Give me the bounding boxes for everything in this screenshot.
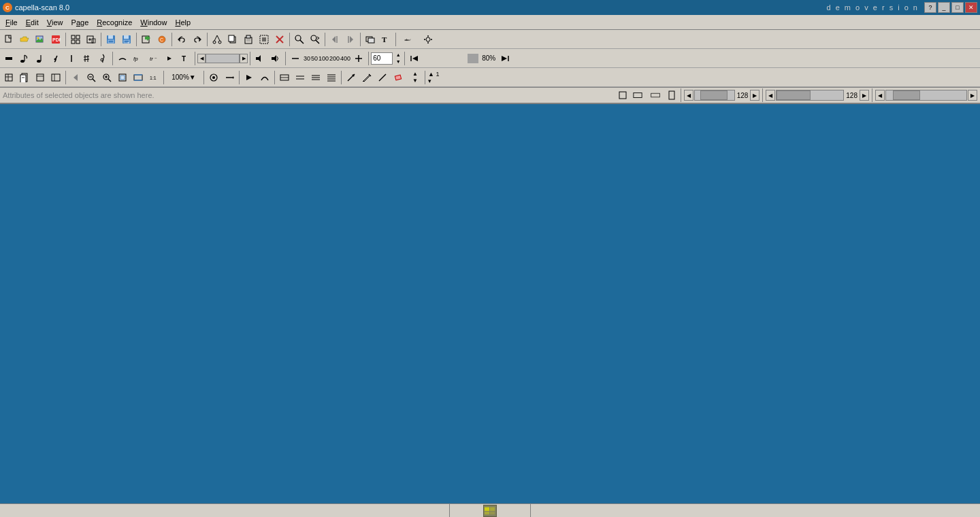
staff-play-button[interactable]	[242, 70, 257, 85]
page-tool-2[interactable]	[17, 70, 32, 85]
tempo-input[interactable]	[371, 52, 393, 65]
staff-width-3[interactable]	[308, 70, 323, 85]
barline-button[interactable]	[64, 51, 79, 66]
note-scroll-right-arrow[interactable]: ▶	[240, 54, 248, 63]
text-button[interactable]: T	[378, 32, 393, 47]
staff-width-1[interactable]	[277, 70, 292, 85]
select-all-button[interactable]	[257, 32, 272, 47]
open-button[interactable]	[17, 32, 32, 47]
play-back-button[interactable]	[407, 51, 422, 66]
hscroll-1-right[interactable]: ▶	[750, 90, 760, 101]
menu-window[interactable]: Window	[136, 16, 171, 29]
minimize-button[interactable]: _	[938, 2, 950, 13]
cut-button[interactable]	[210, 32, 225, 47]
page-tool-3[interactable]	[33, 70, 48, 85]
eraser-button[interactable]	[391, 70, 406, 85]
playback-progress[interactable]	[424, 54, 478, 63]
staff-width-2[interactable]	[293, 70, 308, 85]
slur-button[interactable]	[115, 51, 130, 66]
shape-tall-btn[interactable]	[666, 89, 678, 101]
quarter-note-button[interactable]	[33, 51, 48, 66]
shape-wider-btn[interactable]	[647, 89, 664, 101]
arrange-button[interactable]	[363, 32, 378, 47]
hscroll-3-track[interactable]	[885, 90, 967, 101]
draw-line-button[interactable]	[375, 70, 390, 85]
eighth-note-button[interactable]	[17, 51, 32, 66]
hscroll-2-left[interactable]: ◀	[766, 90, 775, 101]
zoom-out-small-button[interactable]	[84, 32, 99, 47]
move-left-button[interactable]	[327, 32, 342, 47]
settings-button[interactable]	[421, 32, 436, 47]
menu-page[interactable]: Page	[67, 16, 93, 29]
grid-view-button[interactable]	[68, 32, 83, 47]
note-circle-button[interactable]	[206, 70, 221, 85]
menu-file[interactable]: File	[1, 16, 22, 29]
page-tool-1[interactable]	[1, 70, 16, 85]
menu-recognize[interactable]: Recognize	[93, 16, 136, 29]
zoom-in-button[interactable]	[99, 70, 114, 85]
draw-option-up[interactable]: ▲	[408, 71, 423, 78]
staff-bend-button[interactable]	[257, 70, 272, 85]
staff-width-4[interactable]	[324, 70, 339, 85]
maximize-button[interactable]: □	[951, 2, 964, 13]
draw-arrow-button[interactable]	[344, 70, 359, 85]
note-scroll-left-arrow[interactable]: ◀	[197, 54, 206, 63]
dynamic-fp-button[interactable]: fp	[131, 51, 146, 66]
sharp-button[interactable]	[80, 51, 95, 66]
tempo-increase-button[interactable]	[351, 51, 366, 66]
close-button[interactable]: ✕	[965, 2, 977, 13]
copy-button[interactable]	[225, 32, 240, 47]
save-pdf-button[interactable]: PDF	[48, 32, 63, 47]
note-count-btn[interactable]: ▲ 1 ▾	[427, 70, 442, 85]
main-canvas[interactable]	[0, 104, 980, 503]
pencil-button[interactable]	[359, 70, 374, 85]
move-right-button[interactable]	[343, 32, 358, 47]
actual-size-button[interactable]: 1:1	[146, 70, 161, 85]
delete-button[interactable]	[272, 32, 287, 47]
page-tool-4[interactable]	[48, 70, 63, 85]
shape-select-btn[interactable]	[617, 89, 629, 101]
find-next-button[interactable]	[308, 32, 323, 47]
zoom-select-dropdown[interactable]: 100%▼	[166, 70, 201, 85]
find-button[interactable]	[292, 32, 307, 47]
paste-button[interactable]	[241, 32, 256, 47]
draw-option-down[interactable]: ▼	[408, 78, 423, 84]
whole-rest-button[interactable]	[1, 51, 16, 66]
menu-edit[interactable]: Edit	[22, 16, 43, 29]
zoom-out-button[interactable]	[84, 70, 99, 85]
play-forward-button[interactable]	[497, 51, 512, 66]
tempo-decrease-button[interactable]	[288, 51, 303, 66]
fit-page-button[interactable]	[115, 70, 130, 85]
note-line-button[interactable]	[222, 70, 237, 85]
hscroll-2-right[interactable]: ▶	[860, 90, 869, 101]
volume-low-button[interactable]	[252, 51, 267, 66]
tempo-down-button[interactable]: ▼	[394, 59, 402, 65]
shape-wide-btn[interactable]	[630, 89, 645, 101]
save-as-button[interactable]: +	[119, 32, 134, 47]
new-button[interactable]	[1, 32, 16, 47]
menu-help[interactable]: Help	[171, 16, 195, 29]
arrow-right-button[interactable]	[162, 51, 177, 66]
hscroll-2-track[interactable]	[776, 90, 844, 101]
treble-clef-button[interactable]	[95, 51, 110, 66]
save-button[interactable]	[103, 32, 118, 47]
scroll-left-page[interactable]	[68, 70, 83, 85]
eighth-rest-button[interactable]	[48, 51, 63, 66]
trill-button[interactable]: tr~	[146, 51, 161, 66]
menu-view[interactable]: View	[43, 16, 67, 29]
export-button[interactable]	[139, 32, 154, 47]
abc-button[interactable]: abc✓	[398, 32, 420, 47]
hscroll-3-left[interactable]: ◀	[875, 90, 885, 101]
hscroll-1-track[interactable]	[694, 90, 735, 101]
export-capella-button[interactable]: C	[154, 32, 169, 47]
volume-high-button[interactable]	[268, 51, 283, 66]
fit-width-button[interactable]	[131, 70, 146, 85]
hscroll-1-left[interactable]: ◀	[684, 90, 693, 101]
tempo-up-button[interactable]: ▲	[394, 52, 402, 59]
help-button[interactable]: ?	[924, 2, 936, 13]
redo-button[interactable]	[190, 32, 205, 47]
open-image-button[interactable]	[33, 32, 48, 47]
hscroll-3-right[interactable]: ▶	[968, 90, 977, 101]
undo-button[interactable]	[174, 32, 189, 47]
note-scroll-track-1[interactable]	[206, 54, 240, 63]
